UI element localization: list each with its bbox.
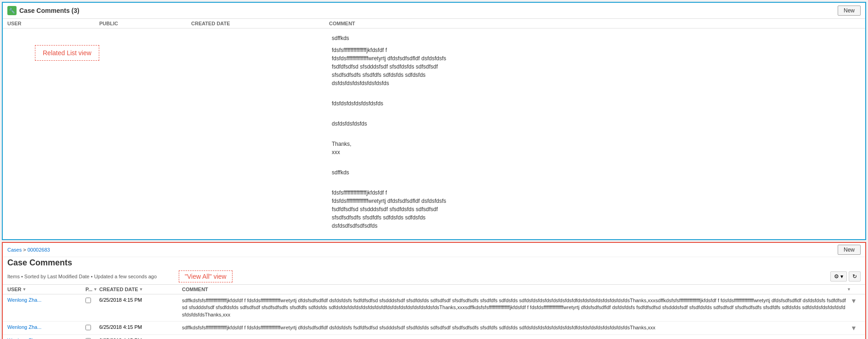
col-user: USER xyxy=(7,21,99,26)
col-header-public: P... ▼ xyxy=(85,287,99,292)
col-header-expand: ▼ xyxy=(847,287,861,292)
top-panel: 🔧 Case Comments (3) New USER PUBLIC CREA… xyxy=(2,2,866,240)
comment-3: fdsfdsfdsfdsfdsfdsfds xyxy=(332,91,858,108)
row1-checkbox-cell xyxy=(85,297,99,304)
row2-checkbox-cell xyxy=(85,324,99,331)
user-link-2[interactable]: Wenlong Zha... xyxy=(7,324,72,330)
public-sort-chevron: ▼ xyxy=(93,287,97,292)
col-header-created: CREATED DATE ▼ xyxy=(99,287,168,292)
comment-6: sdffkds xyxy=(332,160,858,177)
top-panel-header: 🔧 Case Comments (3) New xyxy=(3,3,865,19)
user-link-1[interactable]: Wenlong Zha... xyxy=(7,297,72,303)
col-header-comment: COMMENT xyxy=(182,287,847,292)
bottom-panel-title: Case Comments xyxy=(7,258,72,268)
comment-6-text: sdffkds xyxy=(332,169,349,176)
row1-comment: sdffkdsfsfsffffffffffffffffjkfdsfdf f fd… xyxy=(182,297,847,318)
comment-1-text: sdffkds xyxy=(332,35,349,41)
comment-7-text: fdsfsffffffffffffffffjkfdsfdf f fdsfdsff… xyxy=(332,190,446,229)
top-panel-body: Related List view sdffkds fdsfsfffffffff… xyxy=(3,29,865,239)
comment-1: sdffkds xyxy=(332,34,858,42)
breadcrumb-cases-link[interactable]: Cases xyxy=(7,247,22,253)
comment-5: Thanks,xxx xyxy=(332,132,858,156)
col-comment: COMMENT xyxy=(329,21,861,26)
comment-5-text: Thanks,xxx xyxy=(332,141,352,155)
refresh-button[interactable]: ↻ xyxy=(849,271,861,282)
row2-expand-btn[interactable]: ▼ xyxy=(847,324,861,332)
view-all-label: "View All" view xyxy=(179,270,233,282)
bottom-panel: Cases > 00002683 New Case Comments Items… xyxy=(2,242,866,339)
comment-2: fdsfsffffffffffffffffjkfdsfdf f fdsfdsff… xyxy=(332,46,858,87)
related-list-label-container: Related List view xyxy=(7,31,329,236)
subtitle-text: Items • Sorted by Last Modified Date • U… xyxy=(7,274,157,279)
user-sort-chevron: ▼ xyxy=(23,287,27,292)
bottom-toolbar: ⚙ ▾ ↻ xyxy=(830,271,861,282)
bottom-panel-new-button[interactable]: New xyxy=(838,245,861,255)
bottom-columns-header: USER ▼ P... ▼ CREATED DATE ▼ COMMENT ▼ xyxy=(3,285,865,294)
bottom-subtitle-row: Items • Sorted by Last Modified Date • U… xyxy=(3,270,865,285)
breadcrumb: Cases > 00002683 xyxy=(7,247,50,253)
comment-3-text: fdsfdsfdsfdsfdsfdsfds xyxy=(332,100,383,107)
related-list-label: Related List view xyxy=(35,45,99,61)
breadcrumb-separator: > xyxy=(22,247,28,253)
wrench-icon: 🔧 xyxy=(7,6,17,15)
table-row: Wenlong Zha... 6/25/2018 4:15 PM ▼ xyxy=(3,335,865,339)
col-created-date: CREATED DATE xyxy=(191,21,329,26)
top-panel-columns: USER PUBLIC CREATED DATE COMMENT xyxy=(3,19,865,29)
top-panel-new-button[interactable]: New xyxy=(838,6,861,16)
table-row: Wenlong Zha... 6/25/2018 4:15 PM sdffkds… xyxy=(3,322,865,335)
comment-4: dsfdsfdsfdsfds xyxy=(332,111,858,128)
bottom-panel-header: Cases > 00002683 New xyxy=(3,243,865,257)
col-public: PUBLIC xyxy=(99,21,191,26)
comment-2-text: fdsfsffffffffffffffffjkfdsfdf f fdsfdsff… xyxy=(332,47,446,86)
row2-checkbox[interactable] xyxy=(85,325,91,330)
bottom-title-row: Case Comments xyxy=(3,257,865,270)
top-panel-comment-col: sdffkds fdsfsffffffffffffffffjkfdsfdf f … xyxy=(329,31,861,236)
col-header-user: USER ▼ xyxy=(7,287,72,292)
top-panel-title: 🔧 Case Comments (3) xyxy=(7,6,79,15)
comment-7: fdsfsffffffffffffffffjkfdsfdf f fdsfdsff… xyxy=(332,180,858,230)
comment-4-text: dsfdsfdsfdsfds xyxy=(332,121,367,127)
table-row: Wenlong Zha... 6/25/2018 4:15 PM sdffkds… xyxy=(3,294,865,322)
row2-comment: sdffkdsfsfsffffffffffffffffjkfdsfdf f fd… xyxy=(182,324,847,331)
subtitle-area: Items • Sorted by Last Modified Date • U… xyxy=(7,270,233,282)
row1-checkbox[interactable] xyxy=(85,298,91,303)
breadcrumb-case-id-link[interactable]: 00002683 xyxy=(28,247,50,253)
row2-date: 6/25/2018 4:15 PM xyxy=(99,324,168,330)
created-sort-chevron: ▼ xyxy=(139,287,143,292)
top-panel-title-text: Case Comments (3) xyxy=(19,7,79,14)
settings-button[interactable]: ⚙ ▾ xyxy=(830,271,847,282)
row1-expand-btn[interactable]: ▼ xyxy=(847,297,861,305)
row1-date: 6/25/2018 4:15 PM xyxy=(99,297,168,303)
